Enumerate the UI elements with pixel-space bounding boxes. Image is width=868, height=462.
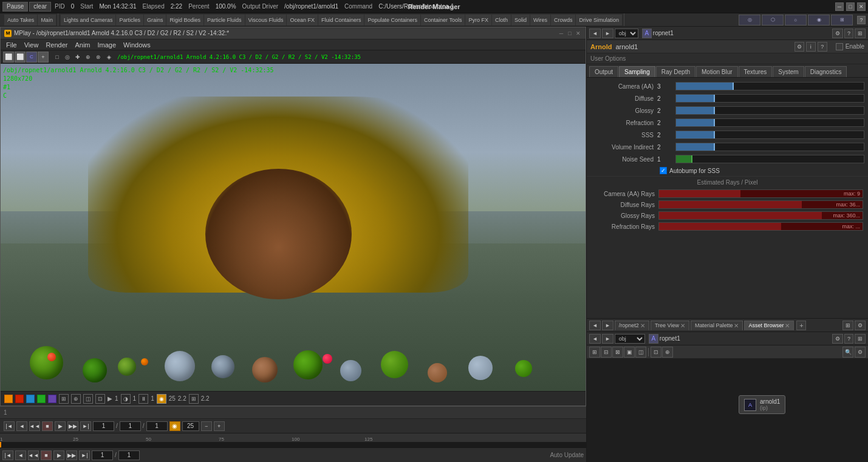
- rp-bottom-fwd-btn[interactable]: ►: [602, 321, 613, 330]
- menu-anim[interactable]: Anim: [72, 39, 93, 50]
- rp-nav-fwd[interactable]: ►: [602, 334, 613, 344]
- rp-icon-5[interactable]: ◫: [635, 347, 646, 358]
- mplay-tb-icon7[interactable]: ✚: [73, 52, 83, 62]
- particle-fluids-btn[interactable]: Particle Fluids: [204, 15, 245, 25]
- mplay-minimize-btn[interactable]: ─: [558, 30, 565, 37]
- portal-light-icon[interactable]: ⬡: [762, 15, 784, 25]
- main-btn[interactable]: Main: [38, 15, 56, 25]
- bc-step-back-btn[interactable]: ◄: [15, 450, 26, 460]
- bg-btn[interactable]: ◫: [83, 394, 93, 404]
- rp-tab-ropnet2[interactable]: /ropnet2 ✕: [615, 321, 649, 330]
- bc-stop-btn[interactable]: ■: [41, 450, 52, 460]
- tab-textures[interactable]: Textures: [739, 66, 773, 77]
- rp-info-btn[interactable]: ?: [844, 29, 853, 38]
- bc-go-end-btn[interactable]: ►|: [79, 450, 90, 460]
- mplay-tb-icon5[interactable]: □: [52, 52, 62, 62]
- rp-tab-tree-view[interactable]: Tree View ✕: [651, 321, 689, 330]
- wires-btn[interactable]: Wires: [530, 15, 550, 25]
- tab-close-4[interactable]: ✕: [785, 322, 790, 329]
- safe-btn[interactable]: ⊡: [95, 394, 105, 404]
- menu-file[interactable]: File: [3, 39, 20, 50]
- timeline-track[interactable]: [0, 442, 586, 447]
- noise-seed-slider[interactable]: [675, 155, 864, 163]
- menu-view[interactable]: View: [21, 39, 42, 50]
- refraction-slider[interactable]: [675, 118, 864, 127]
- bc-frame-end-input[interactable]: [118, 450, 140, 460]
- bc-play-btn[interactable]: ▶: [53, 450, 64, 460]
- enable-checkbox[interactable]: [836, 43, 843, 50]
- rm-close-btn[interactable]: ✕: [857, 2, 866, 11]
- mplay-viewport[interactable]: /obj/ropnet1/arnold1 Arnold 4.2:16.0 C3 …: [1, 64, 586, 391]
- rp-icon-3[interactable]: ⊠: [612, 347, 623, 358]
- ambient-light-icon[interactable]: ☼: [785, 15, 807, 25]
- glossy-slider[interactable]: [675, 106, 864, 115]
- add-tab-btn[interactable]: +: [796, 321, 806, 330]
- cloth-btn[interactable]: Cloth: [492, 15, 511, 25]
- question-btn[interactable]: ?: [857, 16, 866, 24]
- mplay-maximize-btn[interactable]: □: [566, 30, 573, 37]
- particles-btn[interactable]: Particles: [116, 15, 143, 25]
- rp-settings-btn[interactable]: ⚙: [832, 29, 843, 38]
- rp-tab-material-palette[interactable]: Material Palette ✕: [691, 321, 743, 330]
- fluid-containers-btn[interactable]: Fluid Containers: [318, 15, 364, 25]
- bc-frame-input[interactable]: [92, 450, 113, 460]
- auto-takes-btn[interactable]: Auto Takes: [4, 15, 37, 25]
- autobump-checkbox[interactable]: ✓: [660, 167, 667, 174]
- mplay-tb-icon10[interactable]: ◈: [104, 52, 114, 62]
- tab-system[interactable]: System: [773, 66, 804, 77]
- rp-forward-btn[interactable]: ►: [602, 29, 613, 38]
- sss-slider[interactable]: [675, 131, 864, 139]
- diffuse-slider[interactable]: [675, 94, 864, 103]
- frame-cur-input[interactable]: [146, 421, 168, 431]
- pause-icon-btn[interactable]: ⏸: [138, 394, 148, 404]
- decrement-fps-btn[interactable]: −: [201, 421, 212, 431]
- crowds-btn[interactable]: Crowds: [551, 15, 576, 25]
- caustic-light-icon[interactable]: ◎: [739, 15, 760, 25]
- mplay-tb-icon1[interactable]: ⬜: [3, 52, 14, 63]
- bc-play-fast-btn[interactable]: ▶▶: [66, 450, 77, 460]
- frame-end-input[interactable]: [120, 421, 141, 431]
- menu-image[interactable]: Image: [95, 39, 120, 50]
- lights-cameras-btn[interactable]: Lights and Cameras: [61, 15, 116, 25]
- vr-camera-icon[interactable]: ◉: [808, 15, 830, 25]
- mplay-tb-icon9[interactable]: ⊗: [94, 52, 103, 62]
- tab-close-1[interactable]: ✕: [640, 322, 645, 329]
- play-fast-btn[interactable]: ▶▶: [67, 421, 78, 431]
- flipbook-btn[interactable]: ⊞: [189, 394, 199, 404]
- mplay-tb-icon4[interactable]: +: [38, 52, 49, 63]
- rp-nav-grid-btn[interactable]: ⊞: [855, 334, 866, 344]
- mplay-close-btn[interactable]: ✕: [575, 30, 582, 37]
- populate-containers-btn[interactable]: Populate Containers: [364, 15, 420, 25]
- rp-expand-btn[interactable]: ⊞: [855, 29, 866, 38]
- clear-button[interactable]: clear: [29, 2, 51, 12]
- mplay-tb-icon8[interactable]: ⊕: [83, 52, 93, 62]
- tab-close-2[interactable]: ✕: [680, 322, 685, 329]
- step-back-btn[interactable]: ◄: [16, 421, 27, 431]
- increment-fps-btn[interactable]: +: [214, 421, 225, 431]
- rp-content-area[interactable]: A arnold1 (ip): [587, 359, 868, 462]
- rp-settings-btn2[interactable]: ⚙: [855, 321, 866, 330]
- rp-icon-6[interactable]: ⊡: [651, 347, 661, 358]
- fps-btn[interactable]: ◉: [169, 421, 180, 431]
- arnold-info-btn[interactable]: i: [806, 42, 816, 52]
- mplay-tb-icon3[interactable]: C: [26, 52, 37, 63]
- rp-back-btn[interactable]: ◄: [589, 29, 601, 38]
- rp-nav-expand-btn[interactable]: ⚙: [832, 334, 843, 344]
- rp-nav-dropdown[interactable]: obj: [615, 334, 645, 344]
- menu-windows[interactable]: Windows: [120, 39, 154, 50]
- rm-minimize-btn[interactable]: ─: [835, 2, 844, 11]
- mplay-tb-icon6[interactable]: ◎: [63, 52, 72, 62]
- arnold-gear-btn[interactable]: ⚙: [795, 42, 804, 52]
- rp-nav-help-btn[interactable]: ?: [844, 334, 853, 344]
- pyro-fx-btn[interactable]: Pyro FX: [465, 15, 491, 25]
- fps-indicator[interactable]: ◉: [157, 394, 166, 404]
- rp-icon-7[interactable]: ⊕: [662, 347, 673, 358]
- rp-icon-4[interactable]: ▣: [624, 347, 635, 358]
- grid-btn[interactable]: ⊕: [71, 394, 81, 404]
- tab-output[interactable]: Output: [589, 66, 618, 77]
- rp-bottom-back-btn[interactable]: ◄: [589, 321, 601, 330]
- fps-input[interactable]: [182, 421, 199, 431]
- rp-tab-asset-browser[interactable]: Asset Browser ✕: [744, 321, 794, 330]
- go-start-btn[interactable]: |◄: [4, 421, 15, 431]
- go-end-btn[interactable]: ►|: [80, 421, 91, 431]
